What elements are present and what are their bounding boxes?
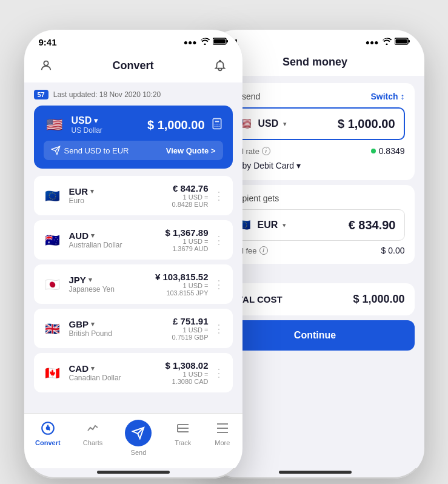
usd-code[interactable]: USD ▾ (72, 115, 102, 126)
code-eur[interactable]: EUR ▾ (69, 186, 95, 197)
send-currency-chevron[interactable]: ▾ (283, 120, 287, 128)
you-send-input-row[interactable]: 🇺🇸 USD ▾ $ 1,000.00 (226, 107, 405, 140)
recipient-currency-code: EUR (258, 220, 278, 230)
status-time-left: 9:41 (39, 37, 57, 47)
svg-rect-26 (395, 39, 407, 44)
main-currency-card[interactable]: 🇺🇸 USD ▾ US Dollar $ 1,000.00 (34, 106, 233, 169)
recipient-amount: € 834.90 (349, 218, 396, 232)
flag-eur: 🇪🇺 (42, 186, 63, 206)
code-aud[interactable]: AUD ▾ (69, 230, 122, 241)
send-bar[interactable]: Send USD to EUR View Quote > (44, 141, 223, 160)
currency-row-cad[interactable]: 🇨🇦 CAD ▾ Canadian Dollar $ 1,308.02 1 US… (34, 353, 233, 392)
send-rate-value: 0.8349 (371, 146, 405, 156)
svg-point-7 (216, 124, 218, 125)
dots-icon-cad[interactable]: ⋮ (213, 366, 224, 380)
code-jpy[interactable]: JPY ▾ (69, 275, 115, 285)
home-indicator-left (97, 471, 170, 474)
convert-nav-icon (39, 420, 56, 437)
usd-dropdown-icon[interactable]: ▾ (94, 116, 98, 125)
recipient-gets-label: Recipient gets (226, 193, 405, 203)
continue-button[interactable]: Continue (216, 320, 415, 351)
rate-eur: 1 USD =0.8428 EUR (172, 193, 209, 208)
nav-charts-label: Charts (83, 439, 102, 446)
dots-icon-eur[interactable]: ⋮ (213, 189, 224, 203)
rate-gbp: 1 USD =0.7519 GBP (172, 326, 209, 341)
wifi-icon-left (200, 38, 210, 47)
battery-icon-left (213, 38, 228, 47)
send-rate-row: Send rate i 0.8349 (226, 140, 405, 158)
name-cad: Canadian Dollar (69, 374, 121, 382)
send-label: Send USD to EUR (64, 146, 129, 155)
rate-cad: 1 USD =1.3080 CAD (165, 371, 209, 385)
rate-jpy: 1 USD =103.8155 JPY (155, 282, 209, 297)
bottom-nav-left: Convert Charts Send Track (24, 413, 242, 468)
currency-row-eur[interactable]: 🇪🇺 EUR ▾ Euro € 842.76 1 USD =0.8428 EUR… (34, 176, 233, 215)
svg-rect-25 (408, 40, 410, 42)
pay-method-row[interactable]: Pay by Debit Card ▾ (226, 158, 405, 172)
total-cost-bar: TOTAL COST $ 1,000.00 (216, 283, 415, 315)
nav-convert[interactable]: Convert (35, 420, 61, 456)
status-icons-left: ●●● (184, 38, 228, 47)
amount-jpy: ¥ 103,815.52 (155, 272, 209, 282)
name-eur: Euro (69, 197, 95, 205)
nav-send-label: Send (131, 449, 147, 456)
send-nav-icon (125, 420, 152, 446)
name-jpy: Japanese Yen (69, 285, 115, 294)
send-fee-row: Send fee i $ 0.00 (226, 241, 405, 255)
recipient-currency-chevron[interactable]: ▾ (283, 221, 286, 229)
update-text: Last updated: 18 Nov 2020 10:20 (53, 90, 161, 99)
user-icon[interactable] (36, 56, 56, 75)
you-send-section: You send Switch ↕ 🇺🇸 USD ▾ $ 1,000.00 (216, 83, 415, 180)
status-icons-right: ●●● (366, 38, 410, 47)
svg-point-6 (214, 124, 215, 125)
dots-icon-aud[interactable]: ⋮ (213, 234, 224, 247)
recipient-gets-section: Recipient gets 🇪🇺 EUR ▾ € 834.90 Send fe… (216, 185, 415, 264)
currency-row-aud[interactable]: 🇦🇺 AUD ▾ Australian Dollar $ 1,367.89 1 … (34, 220, 233, 260)
currency-row-gbp[interactable]: 🇬🇧 GBP ▾ British Pound £ 751.91 1 USD =0… (34, 309, 233, 348)
send-amount[interactable]: $ 1,000.00 (338, 117, 395, 131)
svg-point-3 (44, 61, 48, 66)
send-currency-code: USD (258, 118, 279, 129)
dots-icon-jpy[interactable]: ⋮ (213, 278, 224, 291)
send-rate-info-icon[interactable]: i (262, 147, 270, 155)
nav-track[interactable]: Track (175, 420, 192, 456)
update-badge: 57 (34, 90, 48, 99)
app-content-left: 57 Last updated: 18 Nov 2020 10:20 🇺🇸 US… (24, 82, 242, 413)
flag-cad: 🇨🇦 (42, 363, 63, 383)
usd-flag: 🇺🇸 (44, 114, 65, 136)
phones-container: 9:41 ●●● Convert (12, 12, 436, 484)
currency-row-jpy[interactable]: 🇯🇵 JPY ▾ Japanese Yen ¥ 103,815.52 1 USD… (34, 264, 233, 304)
total-cost-value: $ 1,000.00 (353, 293, 404, 306)
svg-point-11 (218, 126, 219, 127)
flag-jpy: 🇯🇵 (42, 274, 63, 295)
signal-icon-left: ●●● (184, 38, 197, 47)
amount-gbp: £ 751.91 (172, 316, 209, 326)
track-nav-icon (175, 420, 192, 437)
phone-left: 9:41 ●●● Convert (24, 30, 242, 479)
nav-more[interactable]: More (214, 420, 231, 456)
bell-icon[interactable] (210, 56, 230, 75)
name-gbp: British Pound (69, 329, 112, 338)
status-bar-left: 9:41 ●●● (24, 30, 242, 51)
send-fee-info-icon[interactable]: i (259, 246, 268, 255)
usd-amount: $ 1,000.00 (147, 118, 205, 132)
last-updated-bar: 57 Last updated: 18 Nov 2020 10:20 (34, 90, 233, 99)
nav-charts[interactable]: Charts (83, 420, 102, 456)
calculator-icon[interactable] (211, 118, 223, 133)
recipient-input-row[interactable]: 🇪🇺 EUR ▾ € 834.90 (226, 209, 405, 241)
code-gbp[interactable]: GBP ▾ (69, 319, 112, 329)
rate-aud: 1 USD =1.3679 AUD (165, 238, 209, 252)
code-cad[interactable]: CAD ▾ (69, 363, 121, 374)
dots-icon-gbp[interactable]: ⋮ (213, 322, 224, 335)
view-quote-btn[interactable]: View Quote > (166, 146, 216, 155)
home-indicator-right (279, 471, 352, 474)
send-currency-select[interactable]: 🇺🇸 USD ▾ (235, 115, 287, 133)
flag-aud: 🇦🇺 (42, 230, 63, 250)
wifi-icon-right (382, 38, 392, 47)
green-dot-icon (371, 149, 376, 153)
switch-button[interactable]: Switch ↕ (370, 92, 404, 101)
pay-method-chevron[interactable]: ▾ (296, 161, 301, 170)
svg-point-8 (218, 124, 219, 125)
nav-send[interactable]: Send (125, 420, 152, 456)
amount-aud: $ 1,367.89 (165, 227, 209, 238)
